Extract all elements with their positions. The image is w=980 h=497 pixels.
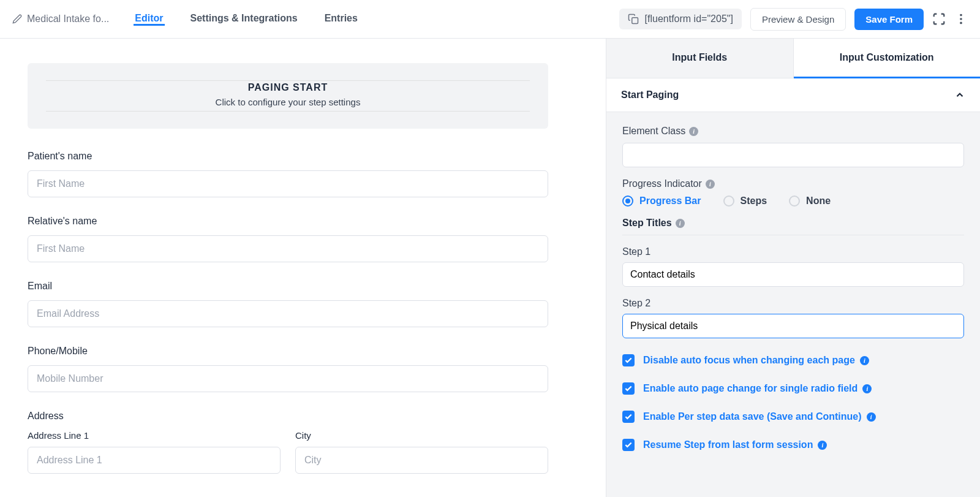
input-city[interactable]: [295, 447, 548, 474]
field-phone[interactable]: Phone/Mobile: [28, 346, 548, 392]
more-button[interactable]: [954, 12, 968, 26]
checkbox-label-text: Disable auto focus when changing each pa…: [643, 355, 855, 366]
label-city: City: [295, 430, 548, 441]
info-icon[interactable]: i: [689, 127, 698, 136]
topbar-right: [fluentform id="205"] Preview & Design S…: [619, 8, 968, 31]
sidebar-tabs: Input Fields Input Customization: [606, 39, 980, 78]
tab-entries[interactable]: Entries: [323, 13, 359, 26]
info-icon[interactable]: i: [676, 219, 685, 228]
checkbox-label-text: Enable auto page change for single radio…: [643, 383, 858, 394]
svg-point-1: [960, 14, 962, 17]
form-canvas: PAGING START Click to configure your ste…: [0, 39, 576, 497]
topbar-left: Medical Intake fo... Editor Settings & I…: [12, 13, 359, 26]
tab-settings[interactable]: Settings & Integrations: [189, 13, 299, 26]
radio-none[interactable]: None: [789, 195, 831, 207]
setting-element-class: Element Class i: [622, 126, 964, 167]
field-relative-name[interactable]: Relative's name: [28, 216, 548, 262]
field-patient-name[interactable]: Patient's name: [28, 151, 548, 197]
input-element-class[interactable]: [622, 143, 964, 167]
sidebar: Input Fields Input Customization Start P…: [606, 39, 980, 497]
copy-icon: [628, 13, 639, 25]
fullscreen-button[interactable]: [932, 12, 946, 26]
checkbox-per-step-save[interactable]: Enable Per step data save (Save and Cont…: [622, 411, 964, 423]
sidebar-tab-input-fields[interactable]: Input Fields: [606, 39, 794, 78]
preview-button[interactable]: Preview & Design: [750, 8, 846, 31]
paging-title: PAGING START: [46, 82, 530, 93]
setting-step-titles: Step Titles i Step 1 Step 2: [622, 218, 964, 338]
paging-subtitle: Click to configure your step settings: [46, 97, 530, 107]
checkbox-label-text: Resume Step from last form session: [643, 439, 813, 450]
fullscreen-icon: [932, 12, 946, 26]
field-address[interactable]: Address Address Line 1 City: [28, 411, 548, 474]
info-icon[interactable]: i: [860, 356, 869, 365]
main: PAGING START Click to configure your ste…: [0, 39, 980, 497]
step-1-label: Step 1: [622, 246, 964, 257]
check-icon: [624, 412, 633, 421]
label-email: Email: [28, 281, 548, 292]
input-step-1[interactable]: [622, 262, 964, 287]
panel-title: Start Paging: [621, 89, 679, 101]
check-icon: [624, 356, 633, 365]
input-patient-name[interactable]: [28, 170, 548, 197]
label-element-class: Element Class i: [622, 126, 964, 137]
info-icon[interactable]: i: [867, 412, 876, 422]
input-phone[interactable]: [28, 365, 548, 392]
more-vertical-icon: [954, 12, 968, 26]
radio-progress-bar[interactable]: Progress Bar: [622, 195, 701, 207]
pencil-icon: [12, 14, 22, 24]
radio-group-progress: Progress Bar Steps None: [622, 195, 964, 207]
label-patient-name: Patient's name: [28, 151, 548, 162]
shortcode-display[interactable]: [fluentform id="205"]: [619, 9, 742, 29]
checkbox-label-text: Enable Per step data save (Save and Cont…: [643, 411, 862, 422]
label-address: Address: [28, 411, 548, 422]
input-address-line1[interactable]: [28, 447, 281, 474]
form-title-text: Medical Intake fo...: [27, 13, 109, 25]
sidebar-tab-input-customization[interactable]: Input Customization: [794, 39, 981, 78]
panel-header[interactable]: Start Paging: [606, 78, 980, 112]
info-icon[interactable]: i: [862, 384, 872, 393]
check-icon: [624, 384, 633, 393]
check-icon: [624, 441, 633, 449]
shortcode-text: [fluentform id="205"]: [645, 13, 733, 25]
svg-point-2: [960, 18, 962, 20]
field-email[interactable]: Email: [28, 281, 548, 327]
chevron-up-icon: [954, 89, 965, 101]
svg-rect-0: [631, 18, 638, 24]
step-item-1: Step 1: [622, 246, 964, 287]
step-item-2: Step 2: [622, 298, 964, 338]
checkbox-box: [622, 354, 635, 366]
topbar: Medical Intake fo... Editor Settings & I…: [0, 0, 980, 39]
checkbox-disable-autofocus[interactable]: Disable auto focus when changing each pa…: [622, 354, 964, 366]
input-step-2[interactable]: [622, 314, 964, 338]
checkbox-box: [622, 439, 635, 451]
label-phone: Phone/Mobile: [28, 346, 548, 357]
label-step-titles: Step Titles i: [622, 218, 964, 229]
save-button[interactable]: Save Form: [854, 9, 924, 30]
panel-body: Element Class i Progress Indicator i Pro…: [606, 112, 980, 497]
svg-point-3: [960, 22, 962, 25]
label-relative-name: Relative's name: [28, 216, 548, 227]
input-email[interactable]: [28, 300, 548, 327]
form-title[interactable]: Medical Intake fo...: [12, 13, 109, 25]
editor-area: PAGING START Click to configure your ste…: [0, 39, 606, 497]
checkbox-auto-page-change[interactable]: Enable auto page change for single radio…: [622, 382, 964, 395]
setting-progress-indicator: Progress Indicator i Progress Bar Steps …: [622, 178, 964, 207]
paging-start-block[interactable]: PAGING START Click to configure your ste…: [28, 63, 548, 129]
checkbox-resume-step[interactable]: Resume Step from last form session i: [622, 439, 964, 451]
checkbox-list: Disable auto focus when changing each pa…: [622, 354, 964, 451]
tab-editor[interactable]: Editor: [134, 13, 164, 26]
label-address-line1: Address Line 1: [28, 430, 281, 441]
checkbox-box: [622, 411, 635, 423]
info-icon[interactable]: i: [818, 441, 827, 450]
step-2-label: Step 2: [622, 298, 964, 309]
input-relative-name[interactable]: [28, 235, 548, 262]
checkbox-box: [622, 382, 635, 395]
nav-tabs: Editor Settings & Integrations Entries: [134, 13, 359, 26]
radio-steps[interactable]: Steps: [723, 195, 767, 207]
info-icon[interactable]: i: [706, 180, 715, 189]
label-progress-indicator: Progress Indicator i: [622, 178, 964, 189]
